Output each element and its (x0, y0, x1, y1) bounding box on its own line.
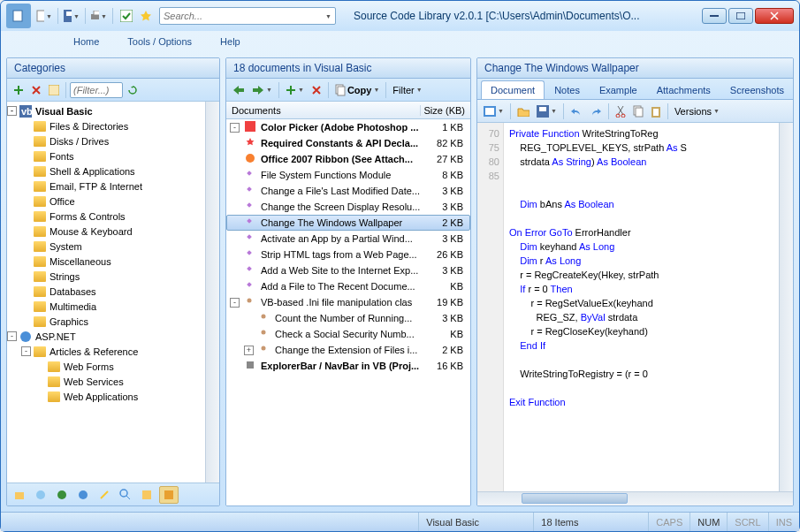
minimize-button[interactable] (702, 8, 727, 24)
document-row[interactable]: Count the Number of Running...3 KB (226, 310, 470, 326)
code-editor[interactable]: 70758085 Private Function WriteStringToR… (477, 123, 793, 491)
filter-button[interactable]: Filter▼ (390, 81, 424, 99)
tree-item[interactable]: -Articles & Reference (7, 344, 205, 359)
col-size[interactable]: Size (KB) (421, 105, 470, 116)
print-button[interactable]: ▼ (91, 8, 107, 24)
tree-item[interactable]: Multimedia (7, 299, 205, 314)
document-row[interactable]: -Color Picker (Adobe Photoshop ...1 KB (226, 119, 470, 135)
tab-document[interactable]: Document (481, 80, 545, 99)
code-scrollbar-h[interactable] (477, 491, 793, 505)
redo-button[interactable] (587, 103, 605, 120)
favorite-button[interactable] (138, 8, 154, 24)
tool-icon-4[interactable] (74, 486, 92, 504)
tab-notes[interactable]: Notes (545, 80, 590, 99)
properties-button[interactable] (46, 81, 62, 99)
document-row[interactable]: ExplorerBar / NavBar in VB (Proj...16 KB (226, 358, 470, 374)
delete-button[interactable] (28, 81, 44, 99)
add-doc-button[interactable]: ▼ (283, 81, 307, 99)
tab-example[interactable]: Example (590, 80, 647, 99)
tree-item[interactable]: Shell & Applications (7, 163, 205, 179)
search-input[interactable] (164, 11, 325, 21)
document-row[interactable]: File System Functions Module8 KB (226, 167, 470, 183)
view-mode-button[interactable]: ▼ (481, 103, 507, 120)
tree-item[interactable]: Miscellaneous (7, 254, 205, 269)
open-button[interactable] (514, 103, 532, 120)
save-code-button[interactable]: ▼ (534, 103, 560, 120)
expander-icon[interactable]: - (230, 123, 240, 133)
document-row[interactable]: -VB-based .Ini file manipulation clas19 … (226, 294, 470, 310)
tool-icon-1[interactable] (11, 486, 28, 504)
document-row[interactable]: Check a Social Security Numb...KB (226, 326, 470, 342)
document-row[interactable]: Strip HTML tags from a Web Page...26 KB (226, 247, 470, 262)
document-row[interactable]: Change the Screen Display Resolu...3 KB (226, 199, 470, 215)
copy-button[interactable]: Copy▼ (332, 81, 382, 99)
tree-item[interactable]: -ASP.NET (7, 329, 205, 344)
close-button[interactable] (755, 8, 794, 24)
document-row[interactable]: Required Constants & API Decla...82 KB (226, 135, 470, 151)
menu-help[interactable]: Help (215, 33, 246, 50)
expander-icon[interactable]: - (7, 331, 17, 341)
expander-icon[interactable]: - (7, 106, 17, 116)
tree-item[interactable]: Web Forms (7, 359, 205, 374)
copy-code-button[interactable] (630, 103, 646, 120)
versions-button[interactable]: Versions▼ (672, 103, 722, 120)
tree-item[interactable]: Fonts (7, 148, 205, 163)
tree-item[interactable]: Files & Directories (7, 118, 205, 133)
refresh-button[interactable] (125, 81, 141, 99)
tool-icon-6[interactable] (117, 486, 134, 504)
add-button[interactable] (11, 81, 27, 99)
categories-tree[interactable]: -vbVisual BasicFiles & DirectoriesDisks … (7, 102, 205, 483)
tool-icon-7[interactable] (138, 486, 156, 504)
tool-icon-8[interactable] (159, 486, 179, 504)
tab-attachments[interactable]: Attachments (647, 80, 720, 99)
back-button[interactable] (230, 81, 248, 99)
document-row[interactable]: Change The Windows Wallpaper2 KB (226, 215, 470, 231)
tree-item[interactable]: System (7, 239, 205, 254)
document-row[interactable]: Office 2007 Ribbon (See Attach...27 KB (226, 151, 470, 167)
expander-icon[interactable]: - (230, 298, 240, 308)
document-row[interactable]: +Change the Extension of Files i...2 KB (226, 342, 470, 358)
menu-tools[interactable]: Tools / Options (122, 33, 197, 50)
expander-icon[interactable]: - (21, 346, 31, 356)
tool-icon-2[interactable] (32, 486, 50, 504)
menu-home[interactable]: Home (68, 33, 104, 50)
tree-item[interactable]: Strings (7, 269, 205, 284)
tree-item[interactable]: -vbVisual Basic (7, 103, 205, 118)
save-button[interactable]: ▼ (64, 8, 80, 24)
tree-item[interactable]: Forms & Controls (7, 209, 205, 224)
delete-doc-button[interactable] (309, 81, 324, 99)
paste-button[interactable] (648, 103, 664, 120)
col-documents[interactable]: Documents (226, 105, 421, 116)
undo-button[interactable] (568, 103, 585, 120)
filter-input[interactable] (73, 85, 119, 95)
document-row[interactable]: Add a Web Site to the Internet Exp...3 K… (226, 262, 470, 278)
search-box[interactable]: ▼ (159, 7, 336, 25)
documents-list[interactable]: -Color Picker (Adobe Photoshop ...1 KBRe… (226, 119, 470, 505)
tree-item[interactable]: Disks / Drives (7, 133, 205, 148)
document-row[interactable]: Change a File's Last Modified Date...3 K… (226, 183, 470, 199)
check-button[interactable] (118, 8, 134, 24)
expander-icon[interactable]: + (244, 346, 254, 355)
tool-icon-5[interactable] (95, 486, 113, 504)
tree-item[interactable]: Web Applications (7, 389, 205, 404)
tree-item[interactable]: Graphics (7, 314, 205, 329)
code-content[interactable]: Private Function WriteStringToReg REG_TO… (504, 123, 779, 491)
tree-item[interactable]: Databases (7, 284, 205, 299)
cut-button[interactable] (613, 103, 629, 120)
tab-screenshots[interactable]: Screenshots (720, 80, 794, 99)
search-dropdown-icon[interactable]: ▼ (325, 13, 331, 19)
tree-item[interactable]: Email, FTP & Internet (7, 179, 205, 194)
scrollbar-thumb[interactable] (522, 493, 628, 504)
new-button[interactable]: ▼ (36, 8, 52, 24)
tree-item[interactable]: Office (7, 194, 205, 209)
tree-item[interactable]: Mouse & Keyboard (7, 224, 205, 239)
filter-box[interactable] (70, 82, 123, 98)
forward-button[interactable]: ▼ (249, 81, 275, 99)
scrollbar-vertical[interactable] (205, 102, 219, 483)
document-row[interactable]: Add a File to The Recent Docume...KB (226, 278, 470, 294)
code-scrollbar-v[interactable] (779, 123, 793, 491)
maximize-button[interactable] (728, 8, 753, 24)
tool-icon-3[interactable] (53, 486, 71, 504)
tree-item[interactable]: Web Services (7, 374, 205, 389)
document-row[interactable]: Activate an App by a Partial Wind...3 KB (226, 231, 470, 247)
